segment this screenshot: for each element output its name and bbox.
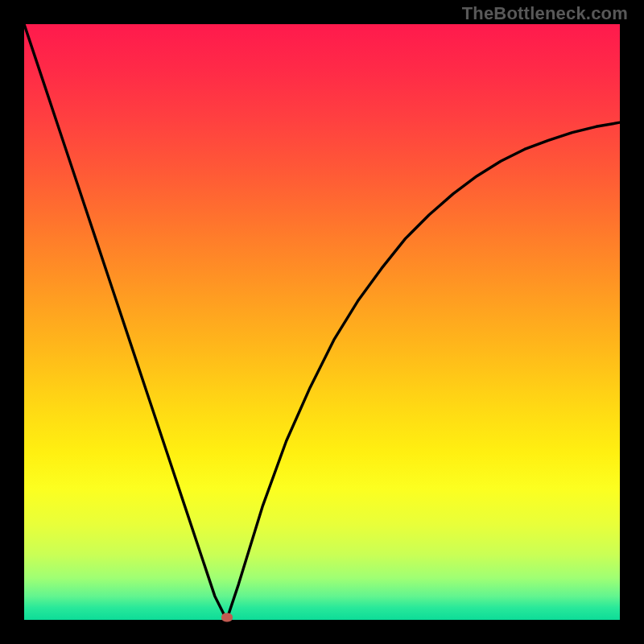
minimum-marker xyxy=(221,613,233,622)
curve-layer xyxy=(24,24,620,620)
plot-area xyxy=(24,24,620,620)
chart-frame: TheBottleneck.com xyxy=(0,0,644,644)
watermark-text: TheBottleneck.com xyxy=(462,3,628,24)
bottleneck-curve xyxy=(24,24,620,620)
